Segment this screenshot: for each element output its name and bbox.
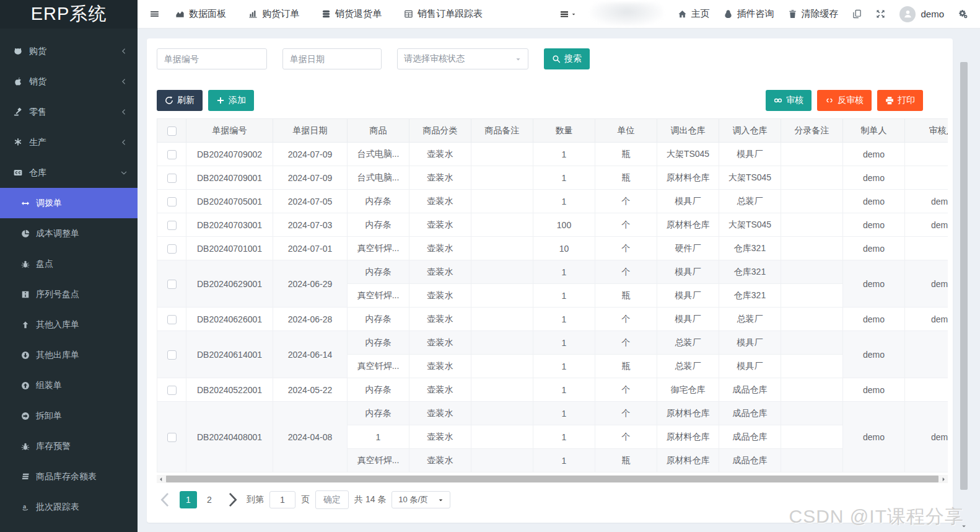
sidebar-group[interactable]: 生产	[0, 127, 138, 157]
column-header: 商品备注	[471, 119, 533, 143]
column-header: 商品	[348, 119, 409, 143]
plus-icon	[216, 96, 225, 105]
cell-product: 台式电脑...	[348, 166, 409, 190]
horizontal-scrollbar-thumb[interactable]	[166, 476, 938, 482]
asterisk-icon	[11, 138, 25, 147]
user-menu[interactable]: demo	[899, 6, 944, 22]
confirm-page-button[interactable]: 确定	[315, 490, 349, 509]
cell-entry-note	[781, 166, 843, 190]
fullscreen-icon	[876, 9, 885, 19]
chevron-down-icon	[120, 169, 128, 176]
sidebar-subitem[interactable]: 调拨单	[0, 188, 138, 218]
gears-icon	[958, 9, 968, 19]
home-link[interactable]: 主页	[678, 8, 709, 20]
refresh-icon	[165, 96, 173, 105]
sidebar-subitem[interactable]: 其他出库单	[0, 340, 138, 370]
cell-to-warehouse: 成品仓库	[719, 378, 781, 402]
main-content: 请选择审核状态 搜索 刷新 添加	[138, 29, 980, 532]
row-checkbox[interactable]	[167, 350, 177, 360]
cell-entry-note	[781, 355, 843, 378]
navbar-item[interactable]: 销售订单跟踪表	[404, 8, 483, 20]
sidebar-subitem[interactable]: 拆卸单	[0, 401, 138, 431]
navbar-item[interactable]: 购货订单	[248, 8, 299, 20]
row-checkbox[interactable]	[167, 221, 177, 230]
cell-from-warehouse: 大架TS045	[657, 143, 719, 166]
sidebar-subitem[interactable]: 其他入库单	[0, 309, 138, 340]
print-button[interactable]: 打印	[877, 90, 923, 111]
cell-product: 真空钎焊...	[348, 237, 409, 260]
row-checkbox[interactable]	[167, 386, 177, 395]
search-button[interactable]: 搜索	[544, 48, 590, 69]
clear-cache-link[interactable]: 清除缓存	[788, 8, 838, 20]
sidebar-subitem[interactable]: 商品库存余额表	[0, 461, 138, 492]
goto-page-input[interactable]	[269, 491, 295, 508]
hamburger-icon	[149, 9, 160, 19]
sidebar-subitem-label: 其他入库单	[36, 319, 79, 330]
navbar-menu: 数据面板购货订单销货退货单销售订单跟踪表	[175, 8, 483, 20]
row-checkbox[interactable]	[167, 150, 177, 159]
nav-list-button[interactable]	[559, 9, 576, 19]
bar-chart-icon	[248, 9, 258, 19]
page-button[interactable]: 1	[180, 491, 197, 508]
cell-qty: 1	[533, 355, 595, 378]
sidebar-subitem[interactable]: 组装单	[0, 370, 138, 401]
table-row: DB202407090012024-07-09台式电脑...壶装水1瓶原材料仓库…	[157, 166, 948, 190]
cell-date: 2024-07-01	[273, 237, 348, 260]
plugin-consult-link[interactable]: 插件咨询	[724, 8, 774, 20]
cell-maker: demo	[843, 166, 905, 190]
sidebar-subitem[interactable]: 成本调整单	[0, 218, 138, 249]
file-copy-button[interactable]	[852, 9, 862, 19]
arrow-circle-right-icon	[19, 412, 32, 420]
vertical-scrollbar[interactable]	[960, 57, 968, 532]
page-size-select[interactable]: 10 条/页	[392, 491, 450, 508]
horizontal-scrollbar[interactable]	[157, 475, 948, 483]
select-all-checkbox[interactable]	[167, 126, 177, 136]
refresh-button[interactable]: 刷新	[157, 90, 203, 111]
page-button[interactable]: 2	[201, 491, 218, 508]
scroll-down-arrow-icon[interactable]	[961, 523, 967, 529]
cell-unit: 个	[595, 425, 657, 449]
add-button[interactable]: 添加	[208, 90, 254, 111]
cell-doc-no: DB20240408001	[186, 402, 273, 472]
sidebar-subitem[interactable]: 盘点	[0, 249, 138, 279]
doc-date-input[interactable]	[282, 48, 382, 69]
prev-page-button[interactable]	[157, 491, 174, 508]
doc-no-input[interactable]	[157, 48, 267, 69]
cell-to-warehouse: 模具厂	[719, 355, 781, 378]
settings-button[interactable]	[958, 9, 968, 19]
row-checkbox[interactable]	[167, 315, 177, 324]
cell-product: 内存条	[348, 213, 409, 237]
sidebar-toggle-button[interactable]	[138, 9, 172, 19]
cell-product: 内存条	[348, 308, 409, 331]
sidebar-group[interactable]: 零售	[0, 97, 138, 127]
row-checkbox[interactable]	[167, 280, 177, 289]
unaudit-button[interactable]: 反审核	[817, 90, 872, 111]
audit-button[interactable]: 审核	[766, 90, 812, 111]
arrow-circle-up-icon	[19, 381, 32, 390]
sidebar-subitem[interactable]: 序列号盘点	[0, 279, 138, 309]
sidebar-group[interactable]: 购货	[0, 36, 138, 66]
audit-status-select[interactable]: 请选择审核状态	[397, 48, 528, 69]
scroll-right-arrow-icon[interactable]	[939, 476, 948, 482]
cell-entry-note	[781, 143, 843, 166]
list-icon	[559, 9, 569, 19]
cell-maker: demo	[843, 402, 905, 472]
vertical-scrollbar-thumb[interactable]	[960, 62, 968, 490]
cell-qty: 1	[533, 284, 595, 308]
row-checkbox[interactable]	[167, 174, 177, 183]
row-checkbox[interactable]	[167, 433, 177, 442]
navbar-item[interactable]: 数据面板	[175, 8, 226, 20]
sidebar-group[interactable]: 仓库	[0, 157, 138, 188]
sidebar-subitem[interactable]: a批次跟踪表	[0, 492, 138, 522]
row-checkbox[interactable]	[167, 197, 177, 206]
cell-qty: 1	[533, 166, 595, 190]
next-page-button[interactable]	[224, 491, 241, 508]
row-checkbox[interactable]	[167, 244, 177, 254]
navbar-item[interactable]: 销货退货单	[322, 8, 382, 20]
scroll-left-arrow-icon[interactable]	[157, 476, 165, 482]
fullscreen-button[interactable]	[876, 9, 885, 19]
cell-unit: 个	[595, 260, 657, 284]
sidebar-subitem[interactable]: 库存预警	[0, 431, 138, 461]
cell-from-warehouse: 原材料仓库	[657, 425, 719, 449]
sidebar-group[interactable]: 销货	[0, 66, 138, 97]
